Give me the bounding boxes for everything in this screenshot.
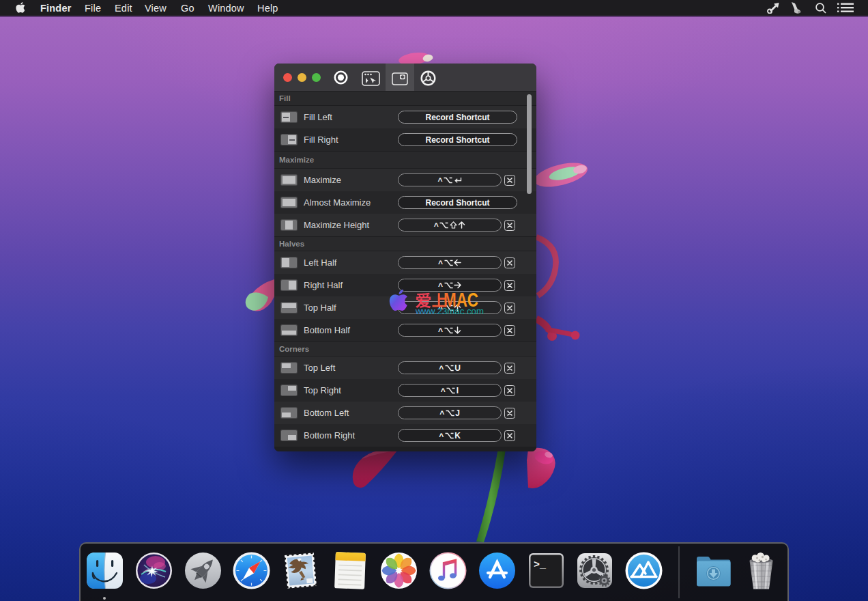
svg-text:www.23mac.com: www.23mac.com xyxy=(415,306,484,316)
svg-text:>_: >_ xyxy=(534,559,547,571)
